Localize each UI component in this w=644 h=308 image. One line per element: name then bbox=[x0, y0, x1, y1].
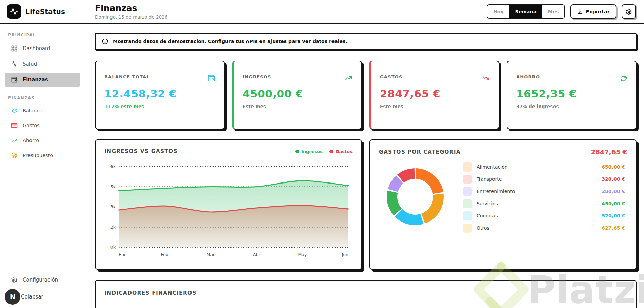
financial-indicators-panel: INDICADORES FINANCIEROS bbox=[95, 280, 637, 308]
trend-down-icon bbox=[482, 74, 490, 82]
category-chip bbox=[463, 175, 472, 184]
sidebar-item-label: Configuración bbox=[23, 277, 58, 283]
settings-button[interactable] bbox=[622, 4, 636, 19]
piggy-bank-icon bbox=[619, 74, 627, 82]
logo-mark bbox=[7, 4, 21, 19]
legend-row-compras[interactable]: Compras 520,00 € bbox=[463, 211, 625, 220]
range-segmented-control: Hoy Semana Mes bbox=[487, 4, 565, 19]
sidebar-item-label: Ahorro bbox=[23, 138, 39, 143]
gear-icon bbox=[11, 276, 18, 283]
sidebar-item-label: Dashboard bbox=[23, 45, 50, 52]
stat-card-balance-total[interactable]: BALANCE TOTAL 12.458,32 € +12% este mes bbox=[95, 61, 225, 129]
app-title: LifeStatus bbox=[25, 7, 65, 16]
legend-row-transporte[interactable]: Transporte 320,00 € bbox=[463, 175, 625, 184]
sidebar-item-label: Presupuesto bbox=[23, 153, 53, 158]
page-title: Finanzas bbox=[95, 3, 167, 13]
charts-grid: INGRESOS VS GASTOS Ingresos Gastos bbox=[95, 139, 637, 270]
header-actions: Hoy Semana Mes Exportar bbox=[487, 4, 636, 19]
collapse-row: N Colapsar bbox=[5, 289, 80, 305]
range-tab-mes[interactable]: Mes bbox=[542, 5, 565, 18]
stat-value: 12.458,32 € bbox=[104, 88, 215, 100]
zap-icon bbox=[465, 201, 470, 206]
avatar[interactable]: N bbox=[5, 289, 20, 305]
stat-value: 4500,00 € bbox=[243, 88, 353, 100]
category-label: Alimentación bbox=[477, 164, 597, 170]
collapse-button[interactable]: Colapsar bbox=[21, 294, 43, 300]
gear-icon bbox=[626, 8, 632, 15]
legend-dot-red bbox=[329, 150, 333, 153]
stat-card-ingresos[interactable]: INGRESOS 4500,00 € Este mes bbox=[232, 61, 362, 129]
sidebar-item-finanzas[interactable]: Finanzas bbox=[5, 73, 80, 87]
legend-label: Gastos bbox=[336, 149, 353, 154]
stats-grid: BALANCE TOTAL 12.458,32 € +12% este mes … bbox=[95, 61, 637, 129]
grid-icon bbox=[11, 45, 18, 52]
sidebar-item-label: Gastos bbox=[23, 123, 40, 128]
legend-ingresos: Ingresos bbox=[295, 149, 323, 154]
svg-text:3k: 3k bbox=[110, 204, 116, 209]
indicators-title: INDICADORES FINANCIEROS bbox=[104, 290, 627, 296]
car-icon bbox=[465, 177, 470, 182]
stat-card-ahorro[interactable]: AHORRO 1652,35 € 37% de ingresos bbox=[507, 61, 637, 129]
activity-icon bbox=[10, 7, 18, 16]
sidebar-item-configuracion[interactable]: Configuración bbox=[5, 273, 80, 287]
cart-icon bbox=[465, 213, 470, 218]
export-button-label: Exportar bbox=[586, 9, 610, 14]
sidebar-item-presupuesto[interactable]: Presupuesto bbox=[5, 149, 80, 161]
legend-row-otros[interactable]: Otros 627,65 € bbox=[463, 224, 625, 233]
legend-row-servicios[interactable]: Servicios 450,00 € bbox=[463, 199, 625, 208]
svg-text:May: May bbox=[298, 252, 307, 257]
legend-row-entretenimiento[interactable]: Entretenimiento 280,00 € bbox=[463, 187, 625, 196]
sidebar-nav: PRINCIPAL Dashboard Salud Finanzas FINAN… bbox=[0, 24, 85, 268]
svg-text:Ene: Ene bbox=[119, 252, 127, 257]
category-chip bbox=[463, 199, 472, 208]
logo: LifeStatus bbox=[0, 0, 85, 24]
area-line-chart[interactable]: 6k5k3k2k0kEneFebMarAbrMayJun bbox=[104, 160, 353, 259]
sidebar-item-gastos[interactable]: Gastos bbox=[5, 119, 80, 132]
stat-value: 2847,65 € bbox=[380, 88, 490, 100]
sidebar-item-balance[interactable]: Balance bbox=[5, 104, 80, 117]
stat-value: 1652,35 € bbox=[516, 88, 627, 100]
sidebar-item-label: Finanzas bbox=[23, 77, 48, 83]
legend-row-alimentacion[interactable]: Alimentación 650,00 € bbox=[463, 162, 625, 172]
topbar: Finanzas Domingo, 15 de marzo de 2026 Ho… bbox=[85, 0, 644, 24]
category-chip bbox=[463, 162, 472, 172]
alert-text: Mostrando datos de demostracion. Configu… bbox=[113, 39, 347, 44]
wallet-icon bbox=[207, 74, 215, 82]
sidebar-item-dashboard[interactable]: Dashboard bbox=[5, 41, 80, 56]
stat-label: INGRESOS bbox=[243, 74, 271, 79]
svg-text:0k: 0k bbox=[110, 245, 116, 250]
category-chip bbox=[463, 187, 472, 196]
legend-label: Ingresos bbox=[301, 149, 323, 154]
sidebar-item-salud[interactable]: Salud bbox=[5, 57, 80, 71]
category-label: Entretenimiento bbox=[477, 189, 597, 194]
demo-alert-banner: Mostrando datos de demostracion. Configu… bbox=[95, 33, 637, 50]
stat-sub: Este mes bbox=[380, 104, 490, 109]
range-tab-semana[interactable]: Semana bbox=[509, 5, 542, 18]
nav-section-principal: PRINCIPAL bbox=[8, 33, 77, 37]
stat-card-gastos[interactable]: GASTOS 2847,65 € Este mes bbox=[369, 61, 499, 129]
trend-up-icon bbox=[345, 74, 353, 82]
category-value: 520,00 € bbox=[602, 213, 625, 218]
nav-section-finanzas: FINANZAS bbox=[8, 96, 77, 100]
trend-up-icon bbox=[11, 137, 18, 144]
stat-sub: 37% de ingresos bbox=[516, 104, 627, 109]
category-chip bbox=[463, 211, 472, 220]
svg-text:6k: 6k bbox=[110, 164, 116, 169]
donut-chart[interactable] bbox=[379, 160, 451, 234]
category-total: 2847,65 € bbox=[591, 148, 627, 156]
svg-text:5k: 5k bbox=[110, 184, 116, 189]
cart-icon bbox=[465, 226, 470, 231]
wallet-icon bbox=[11, 76, 18, 83]
category-label: Compras bbox=[477, 213, 597, 218]
category-value: 650,00 € bbox=[602, 164, 625, 170]
target-icon bbox=[11, 152, 18, 159]
activity-icon bbox=[11, 61, 18, 68]
download-icon bbox=[577, 9, 583, 15]
chart-title: INGRESOS VS GASTOS bbox=[104, 148, 178, 154]
svg-text:Mar: Mar bbox=[206, 252, 215, 257]
alert-circle-icon bbox=[102, 38, 108, 45]
range-tab-hoy[interactable]: Hoy bbox=[487, 5, 509, 18]
export-button[interactable]: Exportar bbox=[570, 4, 616, 19]
sidebar-item-ahorro[interactable]: Ahorro bbox=[5, 134, 80, 147]
category-label: Servicios bbox=[477, 201, 597, 206]
